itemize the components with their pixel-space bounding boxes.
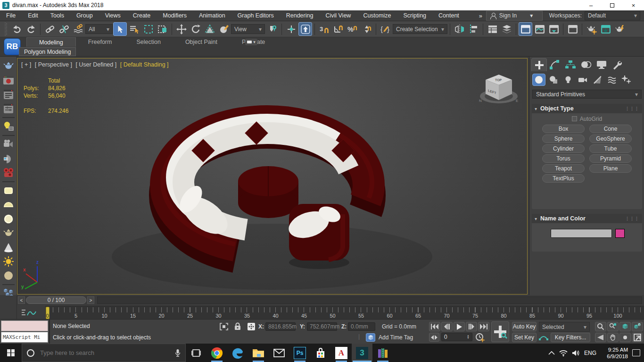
primitive-button-torus[interactable]: Torus [542,154,585,163]
primitive-button-sphere[interactable]: Sphere [542,135,585,143]
edge-icon[interactable] [227,344,248,362]
keyboard-shortcut-override-icon[interactable] [298,22,312,36]
primitive-button-geosphere[interactable]: GeoSphere [589,135,632,143]
ribbon-tab-modeling[interactable]: Modeling [26,37,76,47]
chrome-icon[interactable] [206,344,227,362]
tray-expand-chevron[interactable] [548,351,555,355]
maximize-viewport-toggle-icon[interactable] [632,333,643,342]
name-color-rollout-header[interactable]: Name and Color ⋮⋮⋮ [532,214,642,223]
spinner-snap-icon[interactable] [360,22,373,36]
maxscript-listener-pane[interactable]: MAXScript Mi [1,332,48,343]
rendered-frame-window-icon[interactable] [599,22,612,36]
rendered-frame-image-icon[interactable] [2,74,15,87]
undo-icon[interactable] [10,22,24,36]
menu-item-file[interactable]: File [0,10,22,21]
primitive-button-textplus[interactable]: TextPlus [542,174,585,183]
viewcube[interactable]: TOP LEFT N E [476,67,521,110]
bind-to-spacewarp-icon[interactable] [71,22,85,36]
divan-3d-model[interactable] [17,59,528,294]
menu-item-group[interactable]: Group [70,10,99,21]
task-view-button[interactable] [186,344,206,362]
primitive-category-dropdown[interactable]: Standard Primitives [532,90,642,99]
selection-filter-dropdown[interactable]: All [85,24,113,34]
use-pivot-point-icon[interactable] [265,22,279,36]
time-slider-track[interactable] [97,296,642,304]
close-button[interactable]: × [623,0,644,10]
menu-item-animation[interactable]: Animation [193,10,231,21]
set-key-button[interactable]: Set Key [512,333,537,342]
menu-item-customize[interactable]: Customize [357,10,397,21]
stereo-camera-icon[interactable] [2,166,15,179]
cone-light-icon[interactable] [2,241,15,254]
mail-icon[interactable] [269,344,289,362]
redo-icon[interactable] [24,22,38,36]
time-tag-cube-icon[interactable] [366,333,375,342]
utilities-tab-icon[interactable] [609,58,625,71]
microsoft-store-icon[interactable] [310,344,331,362]
isolate-selection-icon[interactable] [220,323,228,330]
object-type-rollout-header[interactable]: Object Type ⋮⋮⋮ [532,104,642,113]
zoom-extents-all-icon[interactable] [632,322,643,331]
menu-item-content[interactable]: Content [432,10,465,21]
named-selection-sets-icon[interactable]: {} [379,22,392,36]
render-setup-dialog-icon[interactable] [2,88,15,101]
primitive-button-box[interactable]: Box [542,125,585,133]
polygon-modeling-panel-button[interactable]: Polygon Modeling [19,47,76,56]
light-lister-icon[interactable] [2,120,15,133]
action-center-icon[interactable] [632,349,640,356]
primitive-button-pyramid[interactable]: Pyramid [589,154,632,163]
default-tangent-icon[interactable] [539,333,548,341]
selection-set-key-dropdown[interactable]: Selected [539,322,590,332]
auto-key-button[interactable]: Auto Key [512,322,537,331]
start-button[interactable] [0,344,22,362]
workspaces-dropdown[interactable]: Default [585,11,640,20]
lights-icon[interactable] [561,74,575,86]
space-warps-icon[interactable] [605,74,619,86]
select-and-rotate-icon[interactable] [189,22,202,36]
ribbon-tab-object-paint[interactable]: Object Paint [173,37,230,47]
cameras-icon[interactable] [576,74,589,86]
previous-frame-button[interactable] [441,322,453,331]
window-crossing-icon[interactable] [156,22,169,36]
scene-explorer-icon[interactable] [486,22,499,36]
menu-item-views[interactable]: Views [99,10,127,21]
menu-item-edit[interactable]: Edit [22,10,44,21]
select-object-icon[interactable] [113,22,127,36]
z-coord-field[interactable]: 0.0mm [348,322,375,331]
motion-tab-icon[interactable] [578,58,594,71]
volume-icon[interactable] [572,350,580,356]
maximize-button[interactable] [602,0,623,10]
angle-snap-icon[interactable] [331,22,345,36]
camera-object-icon[interactable] [2,152,15,165]
named-selection-set-field[interactable]: Create Selection Se [393,24,447,34]
add-time-tag-label[interactable]: Add Time Tag [379,334,413,341]
key-mode-toggle[interactable] [429,333,439,342]
ribbon-flyout-button[interactable] [245,39,257,45]
menu-item-civil-view[interactable]: Civil View [319,10,357,21]
go-to-start-button[interactable] [429,322,440,331]
zoom-all-icon[interactable] [607,322,619,331]
snaps-toggle-icon[interactable]: 3 [317,22,331,36]
rollout-grip-icon[interactable]: ⋮⋮⋮ [625,106,639,111]
minimize-button[interactable]: – [580,0,602,10]
toolbar-grip[interactable] [5,23,8,36]
select-and-link-icon[interactable] [43,22,57,36]
wicker-teapot-icon[interactable] [2,227,15,240]
next-frame-arrow[interactable]: > [87,296,94,304]
primitive-button-teapot[interactable]: Teapot [542,164,585,173]
menu-item-graph-editors[interactable]: Graph Editors [231,10,280,21]
render-production-icon[interactable] [613,22,627,36]
rollout-grip-icon[interactable]: ⋮⋮⋮ [625,216,639,221]
set-keys-button[interactable] [491,321,509,342]
zoom-icon[interactable] [595,322,606,331]
selection-lock-icon[interactable] [234,322,241,330]
display-tab-icon[interactable] [594,58,609,71]
geometry-icon[interactable] [532,74,545,86]
autocad-icon[interactable]: A [331,344,352,362]
select-and-scale-icon[interactable] [203,22,216,36]
disc-light-icon[interactable] [2,212,15,226]
camera-sound-icon[interactable] [2,138,15,151]
taskbar-clock[interactable]: 9:25 AM 6/9/2018 [601,346,628,360]
go-to-end-button[interactable] [478,322,489,331]
modify-tab-icon[interactable] [547,58,562,71]
